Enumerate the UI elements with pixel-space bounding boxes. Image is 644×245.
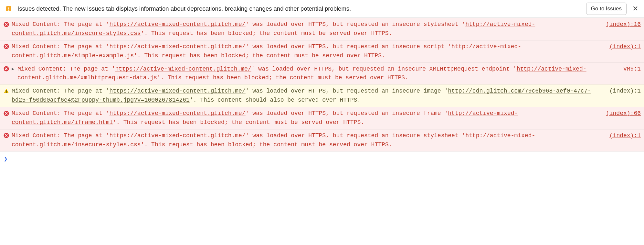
console-log: Mixed Content: The page at 'https://acti… [0, 18, 644, 151]
svg-rect-2 [8, 10, 9, 11]
console-message: ▶Mixed Content: The page at 'https://act… [0, 62, 644, 85]
source-link[interactable]: VM9:1 [623, 65, 641, 74]
error-icon [3, 133, 9, 139]
console-prompt[interactable]: ❯ [0, 151, 644, 165]
prompt-cursor [11, 155, 11, 162]
console-message: Mixed Content: The page at 'https://acti… [0, 107, 644, 129]
source-link[interactable]: (index):1 [609, 87, 641, 96]
console-message: Mixed Content: The page at 'https://acti… [0, 18, 644, 40]
warning-icon [3, 88, 9, 94]
console-message-text: Mixed Content: The page at 'https://acti… [12, 109, 596, 127]
svg-rect-7 [6, 92, 6, 93]
console-message-text: Mixed Content: The page at 'https://acti… [12, 42, 599, 61]
error-icon [3, 110, 9, 116]
svg-rect-6 [6, 90, 6, 92]
console-message: Mixed Content: The page at 'https://acti… [0, 129, 644, 151]
prompt-chevron-icon: ❯ [4, 155, 7, 162]
console-message: Mixed Content: The page at 'https://acti… [0, 40, 644, 62]
error-icon [3, 21, 9, 27]
url-link[interactable]: https://active-mixed-content.glitch.me/ [109, 88, 245, 94]
url-link[interactable]: https://active-mixed-content.glitch.me/ [109, 43, 245, 50]
svg-rect-1 [8, 7, 9, 10]
go-to-issues-button[interactable]: Go to Issues [586, 3, 627, 15]
source-link[interactable]: (index):1 [609, 42, 641, 51]
error-icon [3, 66, 9, 72]
source-link[interactable]: (index):16 [606, 20, 641, 29]
issues-banner-text: Issues detected. The new Issues tab disp… [17, 5, 582, 12]
source-link[interactable]: (index):66 [606, 109, 641, 118]
issues-banner-icon [5, 5, 13, 13]
console-message-text: Mixed Content: The page at 'https://acti… [12, 131, 599, 150]
url-link[interactable]: https://active-mixed-content.glitch.me/ [115, 66, 251, 72]
console-message-text: Mixed Content: The page at 'https://acti… [12, 20, 596, 38]
url-link[interactable]: https://active-mixed-content.glitch.me/ [109, 110, 245, 117]
close-icon[interactable]: ✕ [631, 5, 639, 13]
console-message-text: Mixed Content: The page at 'https://acti… [17, 65, 613, 83]
url-link[interactable]: https://active-mixed-content.glitch.me/ [109, 21, 245, 28]
console-message-text: Mixed Content: The page at 'https://acti… [12, 87, 599, 105]
error-icon [3, 44, 9, 50]
expand-caret-icon[interactable]: ▶ [12, 66, 15, 72]
issues-banner: Issues detected. The new Issues tab disp… [0, 0, 644, 18]
console-message: Mixed Content: The page at 'https://acti… [0, 84, 644, 107]
source-link[interactable]: (index):1 [609, 131, 641, 140]
url-link[interactable]: https://active-mixed-content.glitch.me/ [109, 132, 245, 139]
